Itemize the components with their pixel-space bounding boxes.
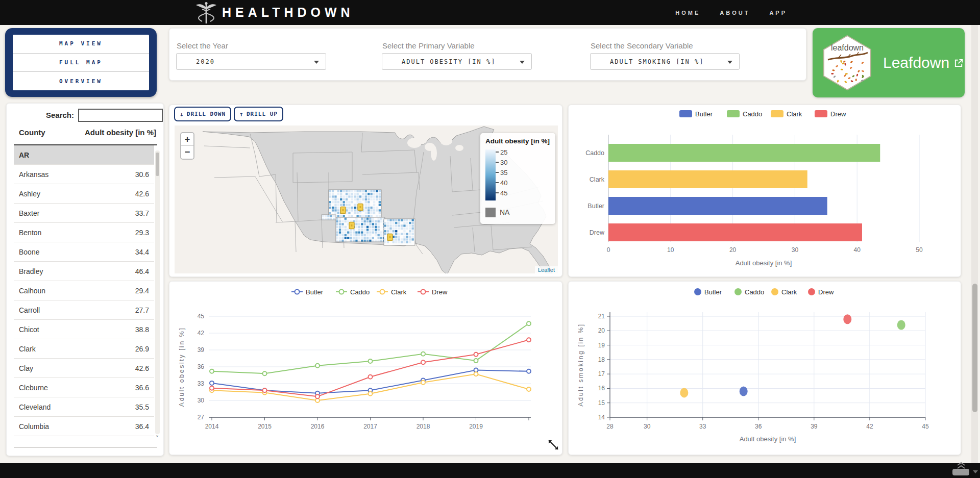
scatter-plot-card: 283033363942451415161718192021Adult obes… (568, 281, 961, 455)
leaflet-attribution[interactable]: Leaflet (535, 266, 558, 273)
svg-text:45: 45 (198, 313, 205, 320)
scroll-down-icon[interactable] (973, 470, 978, 473)
secondary-variable-select[interactable]: ADULT SMOKING [IN %] (590, 53, 740, 70)
scroll-top-icon[interactable] (955, 461, 967, 469)
scroll-top-button[interactable] (952, 469, 969, 475)
table-row[interactable]: Baxter33.7 (14, 204, 154, 223)
table-row[interactable]: Carroll27.7 (14, 300, 154, 320)
svg-text:Adult obesity [in %]: Adult obesity [in %] (736, 259, 792, 267)
drill-down-button[interactable]: ↓ DRILL DOWN (174, 107, 231, 121)
county-value: 33.7 (135, 209, 149, 217)
legend-item-clark[interactable]: Clark (771, 110, 802, 118)
legend-item-caddo[interactable]: Caddo (734, 288, 764, 296)
svg-text:36: 36 (755, 423, 762, 430)
table-row[interactable]: Clark26.9 (14, 339, 154, 359)
top-navbar: HEALTHDOWN HOME ABOUT APP (0, 0, 980, 25)
nav-link-home[interactable]: HOME (675, 10, 700, 16)
legend-item-drew[interactable]: Drew (808, 288, 834, 296)
county-name: Carroll (19, 306, 40, 314)
scatter-plot[interactable]: 283033363942451415161718192021Adult obes… (569, 282, 961, 455)
county-name: Ashley (19, 190, 40, 198)
legend-item-caddo[interactable]: Caddo (727, 110, 762, 118)
svg-text:Adult smoking [in %]: Adult smoking [in %] (577, 323, 584, 406)
svg-text:Clark: Clark (787, 110, 802, 118)
svg-text:33: 33 (198, 380, 205, 387)
sidebar-item-overview[interactable]: OVERVIEW (13, 72, 149, 90)
svg-text:50: 50 (916, 246, 923, 254)
svg-text:Drew: Drew (590, 229, 605, 236)
table-row[interactable]: Columbia36.4 (14, 417, 154, 436)
svg-text:42: 42 (866, 423, 873, 430)
nav-link-about[interactable]: ABOUT (720, 10, 750, 16)
line-chart[interactable]: 27303336394245201420152016201720182019Ad… (169, 282, 562, 455)
legend-tick: 40 (496, 179, 507, 186)
county-value: 38.8 (135, 325, 149, 334)
legend-item-butler[interactable]: Butler (694, 288, 722, 296)
zoom-in-button[interactable]: + (181, 133, 193, 146)
table-row[interactable]: Calhoun29.4 (14, 281, 154, 300)
page-scrollbar-thumb[interactable] (972, 284, 977, 412)
primary-variable-select[interactable]: ADULT OBESITY [IN %] (382, 53, 532, 70)
table-row[interactable]: Clay42.6 (14, 359, 154, 378)
svg-text:Clark: Clark (781, 288, 797, 296)
legend-item-clark[interactable]: Clark (377, 288, 407, 296)
zoom-out-button[interactable]: − (181, 146, 193, 159)
table-row[interactable]: Bradley46.4 (14, 262, 154, 281)
leafdown-title: Leafdown (883, 54, 949, 71)
svg-text:18: 18 (598, 356, 605, 363)
column-header-obesity[interactable]: Adult obesity [in %] (85, 128, 156, 137)
svg-text:20: 20 (729, 246, 737, 254)
svg-text:Drew: Drew (818, 288, 834, 296)
table-scrollbar[interactable] (155, 150, 160, 434)
county-name: Cleburne (19, 384, 48, 392)
table-group-row[interactable]: AR (14, 145, 154, 165)
sidebar-item-full-map[interactable]: FULL MAP (13, 54, 149, 72)
county-name: Calhoun (19, 287, 45, 295)
bar-drew (608, 223, 862, 241)
map-viewport[interactable]: + − Adult obesity [in %] 2530354045 NA L… (175, 125, 558, 273)
column-header-county[interactable]: County (19, 128, 45, 137)
county-name: Benton (19, 229, 41, 237)
svg-text:2018: 2018 (416, 423, 430, 430)
filter-primary: Select the Primary Variable ADULT OBESIT… (382, 29, 532, 80)
table-row[interactable]: Cleveland35.5 (14, 397, 154, 417)
divider (14, 447, 157, 448)
page-scrollbar[interactable] (971, 25, 978, 463)
arrow-up-icon: ↑ (239, 110, 244, 118)
svg-text:Caddo: Caddo (585, 149, 604, 157)
table-row[interactable]: Benton29.3 (14, 223, 154, 242)
year-select[interactable]: 2020 (176, 53, 326, 70)
drill-up-button[interactable]: ↑ DRILL UP (234, 107, 283, 121)
legend-item-clark[interactable]: Clark (771, 288, 797, 296)
table-row[interactable]: Cleburne36.6 (14, 378, 154, 397)
county-name: Columbia (19, 422, 49, 431)
legend-item-butler[interactable]: Butler (679, 110, 713, 118)
svg-text:Caddo: Caddo (350, 288, 370, 296)
svg-text:15: 15 (598, 399, 605, 407)
map-legend: Adult obesity [in %] 2530354045 NA (480, 133, 555, 224)
legend-item-caddo[interactable]: Caddo (336, 288, 370, 296)
table-row[interactable]: Arkansas30.6 (14, 165, 154, 184)
table-scroll-down-icon[interactable]: ⌄ (154, 432, 160, 438)
search-input[interactable] (78, 109, 163, 122)
bar-chart[interactable]: 01020304050Adult obesity [in %]CaddoClar… (569, 105, 961, 276)
bar-butler (608, 197, 827, 215)
svg-text:39: 39 (811, 423, 818, 430)
legend-item-drew[interactable]: Drew (418, 288, 448, 296)
table-row[interactable]: Chicot38.8 (14, 320, 154, 339)
svg-text:Adult obesity [in %]: Adult obesity [in %] (740, 435, 796, 443)
legend-item-butler[interactable]: Butler (291, 288, 324, 296)
filters-card: Select the Year 2020 Select the Primary … (169, 28, 806, 81)
sidebar-item-map-view[interactable]: MAP VIEW (13, 35, 149, 54)
svg-text:39: 39 (198, 346, 205, 354)
legend-item-drew[interactable]: Drew (815, 110, 846, 118)
svg-text:27: 27 (198, 414, 205, 421)
leafdown-link-card[interactable]: leafdown Leafdown (813, 28, 965, 97)
table-row[interactable]: Ashley42.6 (14, 184, 154, 204)
county-value: 42.6 (135, 364, 149, 372)
nav-link-app[interactable]: APP (769, 10, 787, 16)
legend-tick: 30 (496, 159, 507, 166)
svg-text:2015: 2015 (258, 423, 272, 430)
table-row[interactable]: Boone34.4 (14, 242, 154, 262)
arrow-down-icon: ↓ (180, 110, 184, 118)
